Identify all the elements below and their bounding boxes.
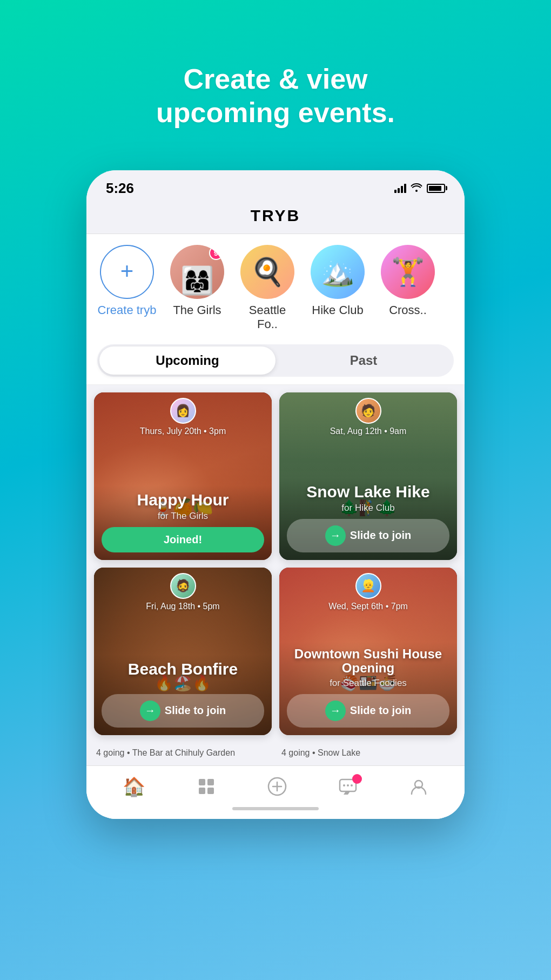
event-overlay-sushi: Downtown Sushi House Opening for Seattle…	[279, 642, 457, 735]
battery-icon	[427, 184, 445, 193]
event-organizer-snow-lake: 🧑	[355, 398, 381, 424]
home-icon: 🏠	[123, 776, 145, 797]
slide-label-sushi: Slide to join	[350, 704, 411, 717]
wifi-icon	[411, 182, 422, 195]
add-icon	[267, 777, 287, 796]
tabs-container: Upcoming Past	[97, 344, 454, 377]
phone-frame: 5:26 TRYB	[86, 170, 465, 819]
event-group-snow-lake: for Hike Club	[287, 503, 449, 514]
hike-club-avatar	[311, 245, 365, 299]
event-overlay-happy-hour: Happy Hour for The Girls Joined!	[94, 485, 272, 560]
status-time: 5:26	[106, 180, 134, 197]
event-meta-snow-lake: 4 going • Snow Lake	[279, 745, 457, 758]
event-organizer-happy-hour: 👩	[170, 398, 196, 424]
create-tryb-button[interactable]: +	[100, 245, 154, 299]
home-indicator	[86, 803, 465, 819]
grid-icon	[197, 777, 216, 796]
group-item-cross[interactable]: Cross..	[378, 245, 438, 317]
profile-icon	[409, 777, 428, 796]
events-grid: 👩 Thurs, July 20th • 3pm Happy Hour for …	[86, 385, 465, 743]
the-girls-label: The Girls	[173, 303, 221, 317]
group-item-seattle-food[interactable]: Seattle Fo..	[238, 245, 297, 331]
seattle-food-label: Seattle Fo..	[238, 303, 297, 331]
cross-avatar-container	[381, 245, 435, 299]
home-bar	[232, 807, 319, 810]
tab-past[interactable]: Past	[276, 346, 452, 375]
event-card-snow-lake[interactable]: 🧑 Sat, Aug 12th • 9am Snow Lake Hike for…	[279, 392, 457, 560]
event-title-happy-hour: Happy Hour	[102, 491, 264, 509]
seattle-food-avatar	[240, 245, 294, 299]
phone-content[interactable]: + Create tryb 9 The Girls Seattle Fo..	[86, 234, 465, 819]
event-card-beach-bonfire[interactable]: 🧔 Fri, Aug 18th • 5pm Beach Bonfire → Sl…	[94, 568, 272, 735]
status-bar: 5:26	[86, 170, 465, 201]
event-title-beach: Beach Bonfire	[102, 660, 264, 678]
slide-arrow-snow-lake: →	[325, 525, 346, 546]
nav-item-add[interactable]	[267, 777, 287, 796]
svg-point-9	[347, 784, 349, 786]
event-top-sushi: 👱 Wed, Sept 6th • 7pm	[279, 573, 457, 611]
signal-icon	[394, 183, 406, 193]
notification-badge: 9	[209, 246, 223, 260]
event-datetime-snow-lake: Sat, Aug 12th • 9am	[330, 426, 407, 436]
nav-item-profile[interactable]	[409, 777, 428, 796]
event-meta-happy-hour: 4 going • The Bar at Chihuly Garden	[94, 745, 272, 758]
slide-label-beach: Slide to join	[165, 704, 226, 717]
event-datetime-happy-hour: Thurs, July 20th • 3pm	[140, 426, 226, 436]
svg-rect-0	[199, 779, 205, 785]
event-overlay-snow-lake: Snow Lake Hike for Hike Club → Slide to …	[279, 477, 457, 560]
tab-upcoming[interactable]: Upcoming	[99, 346, 276, 375]
slide-to-join-snow-lake[interactable]: → Slide to join	[287, 519, 449, 552]
nav-item-grid[interactable]	[197, 777, 216, 796]
location-separator-snow-lake: •	[312, 748, 318, 757]
group-item-create[interactable]: + Create tryb	[97, 245, 157, 317]
hero-title: Create & view upcoming events.	[156, 62, 395, 130]
plus-icon: +	[120, 260, 134, 283]
joined-button[interactable]: Joined!	[102, 527, 264, 552]
slide-arrow-sushi: →	[325, 701, 346, 721]
svg-rect-3	[207, 788, 214, 794]
hero-section: Create & view upcoming events.	[156, 30, 395, 151]
nav-item-chat[interactable]	[338, 777, 358, 796]
group-item-the-girls[interactable]: 9 The Girls	[167, 245, 227, 317]
status-icons	[394, 182, 445, 195]
event-title-snow-lake: Snow Lake Hike	[287, 483, 449, 501]
event-group-happy-hour: for The Girls	[102, 511, 264, 522]
bottom-nav: 🏠	[86, 765, 465, 803]
svg-point-8	[343, 784, 345, 786]
going-count-happy-hour: 4 going	[96, 748, 125, 757]
slide-to-join-sushi[interactable]: → Slide to join	[287, 694, 449, 728]
event-datetime-sushi: Wed, Sept 6th • 7pm	[328, 602, 408, 611]
event-card-happy-hour[interactable]: 👩 Thurs, July 20th • 3pm Happy Hour for …	[94, 392, 272, 560]
event-organizer-sushi: 👱	[355, 573, 381, 599]
event-title-sushi: Downtown Sushi House Opening	[287, 647, 449, 676]
svg-point-10	[351, 784, 353, 786]
svg-rect-2	[199, 788, 205, 794]
group-item-hike-club[interactable]: Hike Club	[308, 245, 367, 317]
event-top-snow-lake: 🧑 Sat, Aug 12th • 9am	[279, 398, 457, 436]
joined-label: Joined!	[164, 534, 202, 546]
event-organizer-beach: 🧔	[170, 573, 196, 599]
event-datetime-beach: Fri, Aug 18th • 5pm	[146, 602, 219, 611]
slide-to-join-beach[interactable]: → Slide to join	[102, 694, 264, 728]
event-top-happy-hour: 👩 Thurs, July 20th • 3pm	[94, 398, 272, 436]
slide-label-snow-lake: Slide to join	[350, 529, 411, 542]
create-tryb-label: Create tryb	[98, 303, 157, 317]
location-snow-lake: Snow Lake	[318, 748, 360, 757]
event-group-sushi: for Seattle Foodies	[287, 678, 449, 689]
chat-badge	[352, 774, 362, 784]
tabs-section: Upcoming Past	[86, 337, 465, 385]
event-top-beach: 🧔 Fri, Aug 18th • 5pm	[94, 573, 272, 611]
nav-item-home[interactable]: 🏠	[123, 776, 145, 797]
app-header: TRYB	[86, 201, 465, 234]
app-title: TRYB	[251, 206, 301, 224]
groups-section: + Create tryb 9 The Girls Seattle Fo..	[86, 234, 465, 337]
slide-arrow-beach: →	[140, 701, 160, 721]
event-card-sushi[interactable]: 👱 Wed, Sept 6th • 7pm Downtown Sushi Hou…	[279, 568, 457, 735]
location-separator-happy-hour: •	[127, 748, 132, 757]
location-happy-hour: The Bar at Chihuly Garden	[132, 748, 235, 757]
going-count-snow-lake: 4 going	[281, 748, 310, 757]
the-girls-avatar: 9	[170, 245, 224, 299]
event-overlay-beach: Beach Bonfire → Slide to join	[94, 655, 272, 735]
cross-label: Cross..	[389, 303, 427, 317]
hike-club-label: Hike Club	[312, 303, 363, 317]
